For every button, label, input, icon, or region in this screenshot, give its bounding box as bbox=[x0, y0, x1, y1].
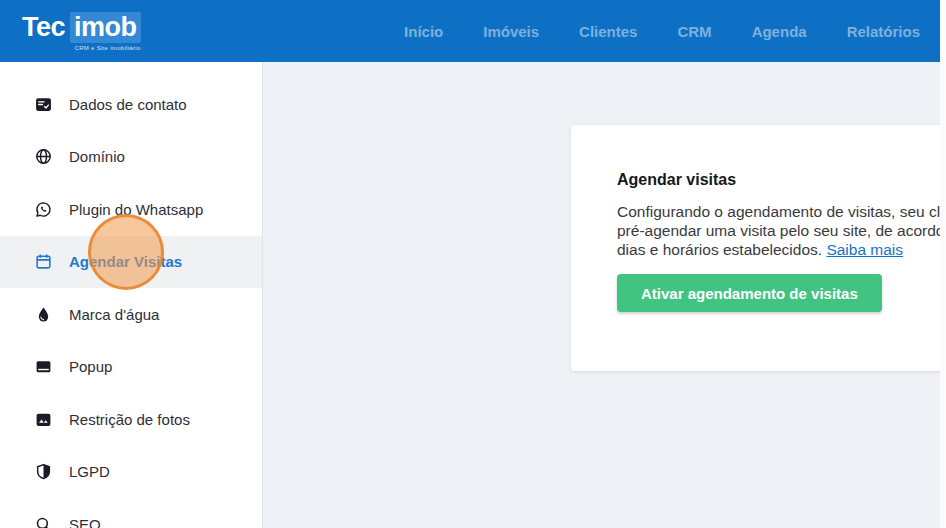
description-line-3-text: dias e horários estabelecidos. bbox=[617, 241, 822, 258]
sidebar-item-label: Marca d'água bbox=[69, 306, 159, 323]
sidebar-item-label: Domínio bbox=[69, 148, 125, 165]
sidebar-item-dados-de-contato[interactable]: Dados de contato bbox=[0, 78, 262, 131]
description-line-1: Configurando o agendamento de visitas, s… bbox=[617, 202, 946, 221]
sidebar-item-marca-dagua[interactable]: Marca d'água bbox=[0, 288, 262, 341]
sidebar-list: Dados de contato Domínio Plugin do Whats… bbox=[0, 62, 262, 528]
description-line-2: pré-agendar uma visita pelo seu site, de… bbox=[617, 221, 946, 240]
top-header: Tec imob CRM e Site imobiliário Início I… bbox=[0, 0, 946, 62]
scrollbar-track[interactable] bbox=[940, 0, 946, 528]
popup-window-icon bbox=[35, 358, 52, 375]
sidebar-item-label: LGPD bbox=[69, 463, 110, 480]
agendar-visitas-card: Agendar visitas Configurando o agendamen… bbox=[571, 125, 946, 371]
description-line-3: dias e horários estabelecidos. Saiba mai… bbox=[617, 240, 946, 259]
sidebar-item-label: SEO bbox=[69, 516, 101, 528]
logo-text: Tec imob bbox=[22, 12, 141, 43]
nav-agenda[interactable]: Agenda bbox=[752, 23, 807, 40]
saiba-mais-link[interactable]: Saiba mais bbox=[826, 241, 903, 258]
shield-icon bbox=[35, 463, 52, 480]
main-nav: Início Imóveis Clientes CRM Agenda Relat… bbox=[404, 0, 920, 62]
sidebar-item-label: Popup bbox=[69, 358, 112, 375]
sidebar-item-label: Restrição de fotos bbox=[69, 411, 190, 428]
card-title: Agendar visitas bbox=[617, 170, 946, 190]
main-content: Agendar visitas Configurando o agendamen… bbox=[264, 62, 946, 528]
sidebar-item-agendar-visitas[interactable]: Agendar Visitas bbox=[0, 236, 262, 289]
sidebar-item-popup[interactable]: Popup bbox=[0, 341, 262, 394]
sidebar-item-plugin-whatsapp[interactable]: Plugin do Whatsapp bbox=[0, 183, 262, 236]
tecimob-logo[interactable]: Tec imob CRM e Site imobiliário bbox=[22, 12, 141, 51]
nav-imoveis[interactable]: Imóveis bbox=[483, 23, 539, 40]
logo-tagline: CRM e Site imobiliário bbox=[22, 45, 141, 51]
droplet-icon bbox=[35, 306, 52, 323]
search-icon bbox=[35, 516, 52, 528]
nav-clientes[interactable]: Clientes bbox=[579, 23, 637, 40]
nav-relatorios[interactable]: Relatórios bbox=[847, 23, 920, 40]
sidebar-item-dominio[interactable]: Domínio bbox=[0, 131, 262, 184]
sidebar-item-seo[interactable]: SEO bbox=[0, 498, 262, 528]
sidebar-item-restricao-de-fotos[interactable]: Restrição de fotos bbox=[0, 393, 262, 446]
sidebar-item-label: Agendar Visitas bbox=[69, 253, 182, 270]
sidebar-item-lgpd[interactable]: LGPD bbox=[0, 446, 262, 499]
logo-part-tec: Tec bbox=[22, 12, 65, 43]
photo-icon bbox=[35, 411, 52, 428]
contact-card-icon bbox=[35, 96, 52, 113]
sidebar-item-label: Dados de contato bbox=[69, 96, 187, 113]
nav-crm[interactable]: CRM bbox=[677, 23, 711, 40]
globe-icon bbox=[35, 148, 52, 165]
logo-part-imob: imob bbox=[70, 12, 141, 43]
card-description: Configurando o agendamento de visitas, s… bbox=[617, 202, 946, 259]
sidebar-item-label: Plugin do Whatsapp bbox=[69, 201, 203, 218]
ativar-agendamento-button[interactable]: Ativar agendamento de visitas bbox=[617, 274, 882, 312]
nav-inicio[interactable]: Início bbox=[404, 23, 443, 40]
calendar-icon bbox=[35, 253, 52, 270]
whatsapp-icon bbox=[35, 201, 52, 218]
settings-sidebar: Dados de contato Domínio Plugin do Whats… bbox=[0, 62, 263, 528]
